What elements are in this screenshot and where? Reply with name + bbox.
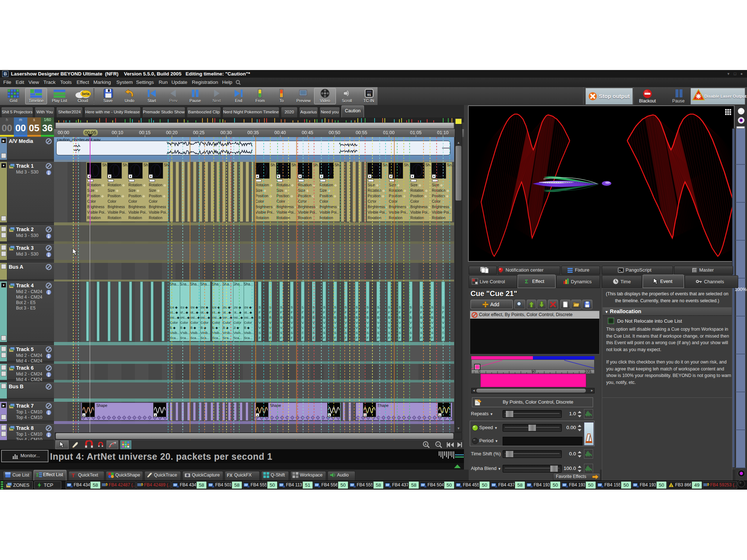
svg-text:!: ! <box>142 484 143 486</box>
svg-text:!: ! <box>708 484 709 486</box>
svg-text:!: ! <box>671 484 672 487</box>
svg-text:Σ: Σ <box>36 472 39 478</box>
svg-text:−: − <box>437 442 439 446</box>
svg-text:FX: FX <box>227 473 232 478</box>
svg-text:Σ: Σ <box>525 278 528 284</box>
svg-text:!: ! <box>107 484 107 486</box>
svg-text:>_: >_ <box>619 269 623 272</box>
svg-text:beta: beta <box>82 92 90 96</box>
svg-text:+: + <box>425 442 427 446</box>
svg-text:01: 01 <box>367 93 371 97</box>
svg-text:T: T <box>71 472 75 478</box>
